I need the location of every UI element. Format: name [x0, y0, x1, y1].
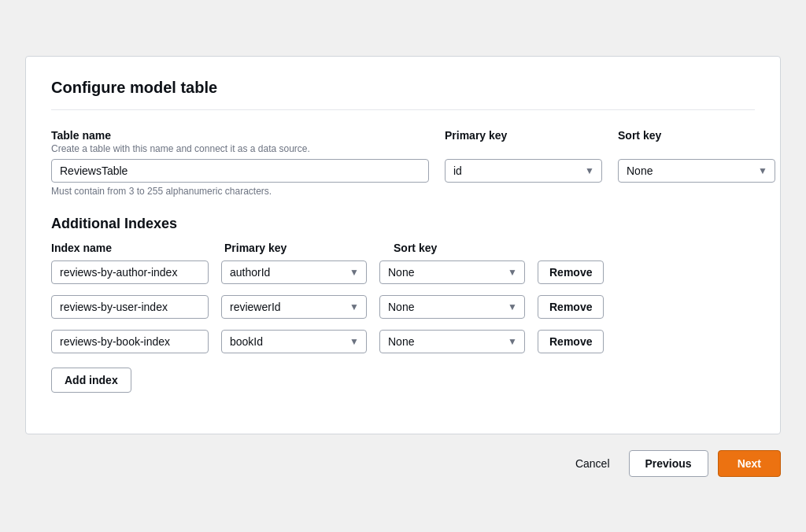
table-name-input[interactable]: [51, 159, 429, 183]
sort-key-select-wrapper: None ▼: [618, 159, 775, 183]
add-index-button[interactable]: Add index: [51, 368, 131, 393]
index-name-input-0[interactable]: [51, 260, 209, 284]
index-pk-col-header: Primary key: [224, 242, 378, 254]
table-name-hint: Must contain from 3 to 255 alphanumeric …: [51, 186, 429, 197]
footer: Cancel Previous Next: [25, 450, 781, 477]
primary-key-select[interactable]: id: [445, 159, 602, 183]
cancel-button[interactable]: Cancel: [566, 451, 619, 476]
sort-key-select[interactable]: None: [618, 159, 775, 183]
index-sk-select-wrapper-2: None ▼: [379, 330, 525, 353]
primary-key-label: Primary key: [445, 129, 602, 142]
table-section: Table name Create a table with this name…: [51, 129, 755, 197]
index-pk-select-wrapper-2: bookId ▼: [221, 330, 367, 353]
previous-button[interactable]: Previous: [629, 450, 708, 477]
table-row: bookId ▼ None ▼ Remove: [51, 330, 755, 353]
page-title: Configure model table: [51, 79, 755, 110]
remove-button-1[interactable]: Remove: [538, 295, 604, 319]
index-sk-select-0[interactable]: None: [379, 260, 525, 284]
table-row: reviewerId ▼ None ▼ Remove: [51, 295, 755, 319]
table-name-label: Table name: [51, 129, 429, 142]
table-name-group: Table name Create a table with this name…: [51, 129, 429, 197]
sort-key-label: Sort key: [618, 129, 775, 142]
index-sk-select-wrapper-0: None ▼: [379, 260, 525, 284]
additional-indexes-title: Additional Indexes: [51, 216, 755, 232]
page-wrapper: Configure model table Table name Create …: [0, 0, 806, 532]
index-pk-select-1[interactable]: reviewerId: [221, 295, 367, 319]
indexes-header: Index name Primary key Sort key: [51, 242, 755, 254]
index-pk-select-2[interactable]: bookId: [221, 330, 367, 353]
index-name-input-2[interactable]: [51, 330, 209, 353]
index-sk-select-2[interactable]: None: [379, 330, 525, 353]
index-sk-col-header: Sort key: [394, 242, 547, 254]
next-button[interactable]: Next: [718, 450, 781, 477]
index-name-input-1[interactable]: [51, 295, 209, 319]
index-pk-select-0[interactable]: authorId: [221, 260, 367, 284]
additional-indexes-section: Additional Indexes Index name Primary ke…: [51, 216, 755, 393]
remove-button-2[interactable]: Remove: [538, 330, 604, 353]
index-pk-select-wrapper-1: reviewerId ▼: [221, 295, 367, 319]
index-pk-select-wrapper-0: authorId ▼: [221, 260, 367, 284]
primary-key-select-wrapper: id ▼: [445, 159, 602, 183]
main-card: Configure model table Table name Create …: [25, 56, 781, 434]
remove-button-0[interactable]: Remove: [538, 260, 604, 284]
top-fields-row: Table name Create a table with this name…: [51, 129, 755, 197]
index-sk-select-1[interactable]: None: [379, 295, 525, 319]
sort-key-group: Sort key None ▼: [618, 129, 775, 183]
index-sk-select-wrapper-1: None ▼: [379, 295, 525, 319]
index-name-col-header: Index name: [51, 242, 209, 254]
primary-key-group: Primary key id ▼: [445, 129, 602, 183]
table-row: authorId ▼ None ▼ Remove: [51, 260, 755, 284]
table-name-description: Create a table with this name and connec…: [51, 143, 429, 154]
